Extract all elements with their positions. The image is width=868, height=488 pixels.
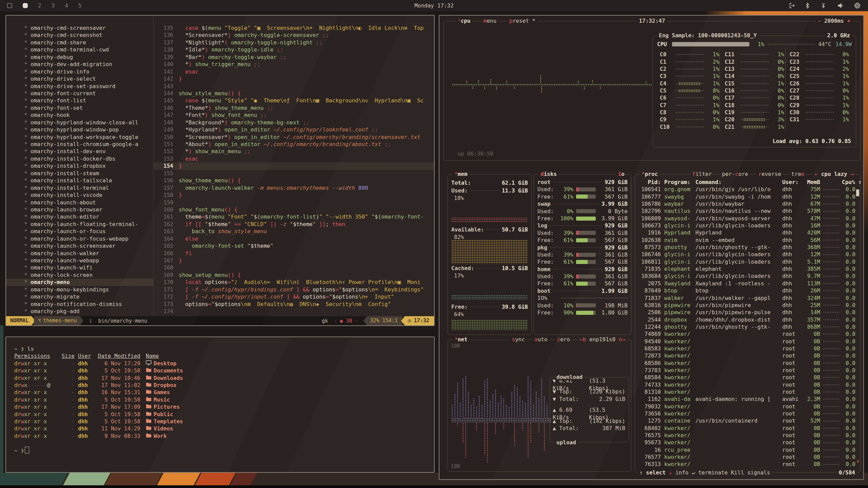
process-row[interactable]: 76313kworker/root0B0.0 xyxy=(637,461,855,468)
process-row[interactable]: 74733kworker/root0B0.0 xyxy=(637,381,855,388)
io-title[interactable]: io xyxy=(616,171,626,177)
editor-window[interactable]: *omarchy-cmd-screensaver*omarchy-cmd-scr… xyxy=(5,15,435,326)
process-row[interactable]: 106777swaybg/usr/bin/swaybg -i /homdhh12… xyxy=(637,193,855,200)
file-item[interactable]: *omarchy-drive-set-password xyxy=(6,83,153,90)
proc-option[interactable]: reverse xyxy=(756,171,783,177)
file-item[interactable]: *omarchy-cmd-share xyxy=(6,39,153,46)
system-monitor-window[interactable]: ¹cpumenupreset * 17:32:47 - 2000ms + up … xyxy=(439,15,864,480)
file-item[interactable]: *omarchy-launch-walker xyxy=(6,250,153,257)
process-row[interactable]: 106746glycin-i/usr/lib/glycin-loadersdhh… xyxy=(637,251,855,258)
net-option[interactable]: zero xyxy=(555,336,572,343)
file-item[interactable]: *omarchy-install-docker-dbs xyxy=(6,155,153,162)
file-item[interactable]: *omarchy-launch-floating-terminal- xyxy=(6,221,153,228)
process-header[interactable]: Pid: Program: Command: User: MemB Cpu% ↑ xyxy=(637,179,855,186)
process-row[interactable]: 76577kworker/root0B0.0 xyxy=(637,453,855,461)
process-row[interactable]: 68586kworker/root0B0.0 xyxy=(637,360,855,367)
proc-option[interactable]: ← cpu lazy → xyxy=(813,171,855,177)
file-item[interactable]: *omarchy-hyprland-window-close-all xyxy=(6,119,153,126)
process-row[interactable]: 81310kworker/root0B0.0 xyxy=(637,388,855,395)
file-item[interactable]: *omarchy-install-dev-env xyxy=(6,148,153,155)
process-row[interactable]: 76575kworker/root0B0.0 xyxy=(637,432,855,439)
process-row[interactable]: 87573ghostty/usr/bin/ghostty --gtk-dhh36… xyxy=(637,244,855,251)
process-row[interactable]: 79032kworker/root0B0.0 xyxy=(637,403,855,410)
file-item[interactable]: *omarchy-launch-about xyxy=(6,199,153,206)
btop-tab[interactable]: menu xyxy=(481,18,499,24)
file-item[interactable]: *omarchy-font-current xyxy=(6,90,153,97)
net-option[interactable]: sync xyxy=(510,336,527,343)
process-row[interactable]: 1162avahi-daavahi-daemon: running [avahi… xyxy=(637,395,855,403)
process-row[interactable]: 106673glycin-i/usr/lib/glycin-loadersdhh… xyxy=(637,222,855,229)
process-row[interactable]: 106809swayosd-/usr/bin/swayosd-serverdhh… xyxy=(637,215,855,222)
file-item[interactable]: *omarchy-debug xyxy=(6,54,153,61)
file-item[interactable]: *omarchy-install-steam xyxy=(6,170,153,177)
process-row[interactable]: 72073kworker/root0B0.0 xyxy=(637,352,855,359)
file-item[interactable]: *omarchy-menu xyxy=(6,279,153,286)
process-row[interactable]: 94540kworker/root0B0.0 xyxy=(637,338,855,345)
terminal-window[interactable]: ~ ❯ ls Permissions Size User Date Modifi… xyxy=(5,337,435,473)
process-row[interactable]: 1916HyprlandHyprlanddhh420M0.0 xyxy=(637,229,855,236)
file-item[interactable]: *omarchy-cmd-screenshot xyxy=(6,32,153,39)
file-item[interactable]: *omarchy-menu-keybindings xyxy=(6,286,153,293)
file-item[interactable]: *omarchy-migrate xyxy=(6,293,153,300)
file-item[interactable]: *omarchy-launch-browser xyxy=(6,206,153,213)
file-item[interactable]: *omarchy-install-dropbox xyxy=(6,162,153,169)
process-row[interactable]: 102796nautilus/usr/bin/nautilus --newdhh… xyxy=(637,207,855,215)
file-item[interactable]: *omarchy-install-vscode xyxy=(6,191,153,199)
file-item[interactable]: *omarchy-launch-or-focus-webapp xyxy=(6,235,153,242)
file-item[interactable]: *omarchy-notification-dismiss xyxy=(6,301,153,308)
file-item[interactable]: *omarchy-launch-or-focus xyxy=(6,228,153,235)
file-item[interactable]: *omarchy-install-terminal xyxy=(6,184,153,191)
process-row[interactable]: 106786waybar/usr/bin/waybardhh67M0.0 xyxy=(637,200,855,207)
process-row[interactable]: 74869kworker/root0B0.0 xyxy=(637,330,855,338)
scroll-down-arrow[interactable]: ↓ xyxy=(856,458,860,464)
btop-tab[interactable]: preset * xyxy=(507,18,537,24)
btop-tab[interactable]: ¹cpu xyxy=(455,18,473,24)
file-item[interactable]: *omarchy-launch-webapp xyxy=(6,257,153,264)
process-row[interactable]: 103684glycin-i/usr/lib/glycin-loadersdhh… xyxy=(637,272,855,280)
file-item[interactable]: *omarchy-install-chromium-google-a xyxy=(6,141,153,148)
process-row[interactable]: 106811glycin-i/usr/lib/glycin-loadersdhh… xyxy=(637,258,855,265)
process-row[interactable]: 1275containe/usr/bin/containerdroot52M0.… xyxy=(637,417,855,424)
process-row[interactable]: 73703kworker/root0B0.0 xyxy=(637,367,855,374)
process-row[interactable]: 63816pipewire/usr/bin/pipewiredhh25M0.0 xyxy=(637,302,855,309)
process-row[interactable]: 87649btopbtopdhh26M0.0 xyxy=(637,287,855,294)
proc-option[interactable]: per-core xyxy=(720,171,750,177)
process-row[interactable]: 12244ghostty/usr/bin/ghostty --gtk-dhh86… xyxy=(637,323,855,330)
process-row[interactable]: 2075XwaylandXwayland :1 -rootless -dhh11… xyxy=(637,280,855,287)
process-row[interactable]: 95673kworker/root0B0.0 xyxy=(637,439,855,446)
process-row[interactable]: 106541org.gnom/usr/bin/gjs /usr/lib/odhh… xyxy=(637,186,855,193)
process-row[interactable]: 16rcu_preeroot0B0.0 xyxy=(637,446,855,453)
process-row[interactable]: 2544dropbox/home/dhh/.dropbox-distdhh357… xyxy=(637,316,855,323)
process-footer[interactable]: ↑ select ↓ info ↵ terminate Kill signals xyxy=(638,469,772,476)
file-item[interactable]: *omarchy-font-set xyxy=(6,104,153,111)
process-row[interactable]: 71837walker/usr/bin/walker --gappldhh324… xyxy=(637,294,855,302)
file-item[interactable]: *omarchy-hyprland-workspace-toggle xyxy=(6,134,153,141)
proc-option[interactable]: tree xyxy=(790,171,806,177)
file-item[interactable]: *omarchy-cmd-terminal-cwd xyxy=(6,46,153,53)
process-row[interactable]: 102638nvimnvim --embeddhh56M0.0 xyxy=(637,237,855,244)
process-row[interactable]: 2506pipewire/usr/bin/pipewire-pulsedhh14… xyxy=(637,309,855,316)
file-item[interactable]: *omarchy-launch-editor xyxy=(6,213,153,220)
prompt-line-empty[interactable]: ~ ❯ xyxy=(14,447,434,454)
file-item[interactable]: *omarchy-font-list xyxy=(6,97,153,104)
file-item[interactable]: *omarchy-drive-info xyxy=(6,68,153,75)
refresh-interval[interactable]: - 2000ms + xyxy=(816,18,852,24)
file-item[interactable]: *omarchy-pkg-add xyxy=(6,308,153,315)
process-row[interactable]: 68583kworker/root0B0.0 xyxy=(637,345,855,352)
proc-option[interactable]: filter xyxy=(691,171,714,177)
process-row[interactable]: 68402kworker/root0B0.0 xyxy=(637,425,855,432)
file-item[interactable]: *omarchy-install-tailscale xyxy=(6,177,153,184)
process-row[interactable]: 71835elephantelephantdhh385M0.0 xyxy=(637,265,855,272)
file-item[interactable]: *omarchy-hook xyxy=(6,111,153,119)
process-row[interactable]: 68584kworker/root0B0.0 xyxy=(637,374,855,381)
file-item[interactable]: *omarchy-launch-wifi xyxy=(6,264,153,271)
file-item[interactable]: *omarchy-launch-screensaver xyxy=(6,242,153,249)
process-row[interactable]: 73656kworker/root0B0.0 xyxy=(637,410,855,417)
file-item[interactable]: *omarchy-lock-screen xyxy=(6,271,153,279)
file-item[interactable]: *omarchy-hyprland-window-pop xyxy=(6,126,153,133)
file-item[interactable]: *omarchy-cmd-screensaver xyxy=(6,24,153,32)
file-item[interactable]: *omarchy-dev-add-migration xyxy=(6,61,153,68)
net-option[interactable]: auto xyxy=(533,336,549,343)
net-option[interactable]: ←b enp191s0 n→ xyxy=(578,336,627,343)
file-item[interactable]: *omarchy-drive-select xyxy=(6,75,153,82)
